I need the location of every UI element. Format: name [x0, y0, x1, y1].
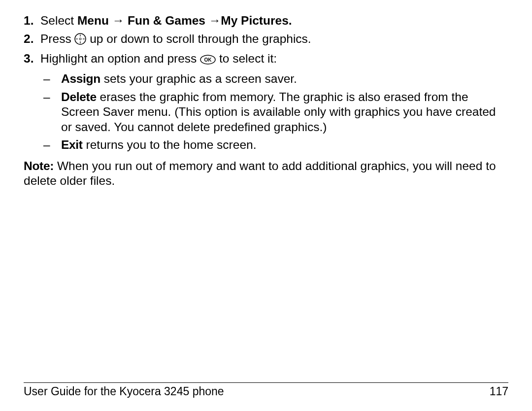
navigation-key-icon [74, 33, 86, 49]
step-2-number: 2. [24, 32, 40, 49]
dash-bullet: – [40, 90, 61, 135]
sub-list: – Assign sets your graphic as a screen s… [40, 71, 508, 153]
step-2: 2. Press up or down to scroll through th… [24, 32, 508, 49]
step-3: 3. Highlight an option and press OK to s… [24, 51, 508, 156]
step-1-body: Select Menu → Fun & Games →My Pictures. [40, 13, 508, 29]
note-paragraph: Note: When you run out of memory and wan… [24, 159, 508, 188]
step-2-body: Press up or down to scroll through the g… [40, 32, 508, 49]
ok-button-icon: OK [200, 53, 216, 68]
footer-page-number: 117 [490, 385, 508, 398]
exit-text: returns you to the home screen. [83, 138, 257, 151]
step-3-body: Highlight an option and press OK to sele… [40, 51, 508, 156]
step-3-suffix: to select it: [216, 52, 277, 65]
sub-delete-body: Delete erases the graphic from memory. T… [61, 90, 508, 135]
svg-point-1 [79, 38, 81, 40]
delete-label: Delete [61, 90, 97, 103]
dash-bullet: – [40, 137, 61, 153]
exit-label: Exit [61, 138, 83, 151]
delete-text: erases the graphic from memory. The grap… [61, 90, 496, 134]
step-2-press: Press [40, 32, 74, 45]
note-text: When you run out of memory and want to a… [24, 159, 496, 187]
footer-rule [24, 382, 508, 383]
page-content: 1. Select Menu → Fun & Games →My Picture… [24, 13, 508, 188]
step-3-prefix: Highlight an option and press [40, 52, 200, 65]
assign-label: Assign [61, 72, 100, 85]
arrow-icon: → [205, 14, 221, 27]
sub-assign-body: Assign sets your graphic as a screen sav… [61, 71, 508, 87]
sub-assign: – Assign sets your graphic as a screen s… [40, 71, 508, 87]
dash-bullet: – [40, 71, 61, 87]
page-footer: User Guide for the Kyocera 3245 phone 11… [24, 382, 508, 398]
arrow-icon: → [109, 14, 128, 27]
note-label: Note: [24, 159, 54, 172]
step-1-fun: Fun & Games [128, 14, 205, 27]
sub-delete: – Delete erases the graphic from memory.… [40, 90, 508, 135]
step-1-menu: Menu [77, 14, 109, 27]
footer-title: User Guide for the Kyocera 3245 phone [24, 385, 224, 398]
step-1-mypics: My Pictures. [221, 14, 292, 27]
numbered-list: 1. Select Menu → Fun & Games →My Picture… [24, 13, 508, 156]
step-2-suffix: up or down to scroll through the graphic… [86, 32, 311, 45]
step-1-select: Select [40, 14, 77, 27]
sub-exit-body: Exit returns you to the home screen. [61, 137, 508, 153]
step-3-number: 3. [24, 51, 40, 156]
sub-exit: – Exit returns you to the home screen. [40, 137, 508, 153]
assign-text: sets your graphic as a screen saver. [100, 72, 297, 85]
step-1-number: 1. [24, 13, 40, 29]
svg-text:OK: OK [204, 57, 212, 63]
footer-row: User Guide for the Kyocera 3245 phone 11… [24, 385, 508, 398]
step-1: 1. Select Menu → Fun & Games →My Picture… [24, 13, 508, 29]
